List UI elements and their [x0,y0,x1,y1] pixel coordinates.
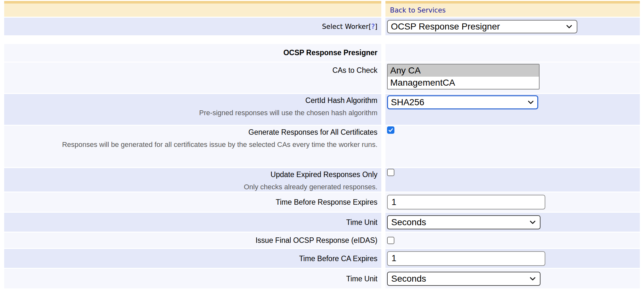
update-expired-label: Update Expired Responses Only [270,170,377,179]
hash-algorithm-row: CertId Hash Algorithm Pre-signed respons… [4,94,640,125]
time-before-ca-label: Time Before CA Expires [299,254,377,263]
banner-right-cell: Back to Services [385,1,640,17]
time-unit-response-value: Seconds [391,217,426,227]
hash-algorithm-value: SHA256 [391,97,424,107]
time-before-response-row: Time Before Response Expires [4,192,640,212]
select-worker-field-cell: OCSP Response Presigner [385,18,640,35]
issue-final-checkbox[interactable] [387,237,394,244]
time-before-ca-input[interactable] [387,251,545,266]
time-unit-response-select[interactable]: Seconds [387,215,541,229]
hash-algorithm-help: Pre-signed responses will use the chosen… [4,108,377,118]
generate-all-row: Generate Responses for All Certificates … [4,126,640,167]
time-before-response-input[interactable] [387,195,545,209]
time-unit-ca-value: Seconds [391,274,426,284]
select-worker-label: Select Worker[?] [322,23,377,30]
worker-select-dropdown[interactable]: OCSP Response Presigner [387,20,577,33]
form-title-cell: OCSP Response Presigner [4,44,381,62]
select-worker-label-cell: Select Worker[?] [4,18,381,35]
chevron-down-icon [566,25,572,29]
time-unit-response-row: Time Unit Seconds [4,213,640,232]
cas-to-check-label: CAs to Check [332,66,377,74]
worker-selector-table: Back to Services Select Worker[?] OCSP R… [0,0,644,36]
listbox-option-managementca[interactable]: ManagementCA [388,77,539,89]
banner-left-cell [4,1,381,17]
chevron-down-icon [530,277,536,281]
hash-algorithm-label: CertId Hash Algorithm [305,96,377,105]
issue-final-row: Issue Final OCSP Response (eIDAS) [4,233,640,248]
worker-help-link[interactable]: ? [371,23,375,30]
cas-to-check-listbox[interactable]: Any CA ManagementCA [387,64,540,90]
hash-algorithm-select[interactable]: SHA256 [387,95,538,109]
worker-config-table: OCSP Response Presigner CAs to Check Any… [0,43,644,289]
chevron-down-icon [530,220,536,224]
cas-to-check-row: CAs to Check Any CA ManagementCA [4,63,640,93]
generate-all-help: Responses will be generated for all cert… [4,140,377,149]
time-unit-ca-select[interactable]: Seconds [387,272,541,286]
banner-row: Back to Services [4,1,640,17]
update-expired-row: Update Expired Responses Only Only check… [4,168,640,192]
time-unit-response-label: Time Unit [346,218,377,226]
worker-select-value: OCSP Response Presigner [391,21,500,32]
form-title: OCSP Response Presigner [283,48,377,57]
generate-all-label: Generate Responses for All Certificates [248,128,377,136]
select-worker-row: Select Worker[?] OCSP Response Presigner [4,18,640,35]
time-before-response-label: Time Before Response Expires [276,198,377,206]
back-to-services-link[interactable]: Back to Services [387,6,446,14]
chevron-down-icon [528,100,534,104]
checkmark-icon [388,127,393,133]
issue-final-label: Issue Final OCSP Response (eIDAS) [255,236,377,244]
time-before-ca-row: Time Before CA Expires [4,249,640,268]
form-title-row: OCSP Response Presigner [4,44,640,62]
listbox-option-any-ca[interactable]: Any CA [388,64,539,77]
generate-all-checkbox[interactable] [387,126,394,134]
time-unit-ca-row: Time Unit Seconds [4,269,640,288]
update-expired-checkbox[interactable] [387,169,394,176]
time-unit-ca-label: Time Unit [346,275,377,283]
update-expired-help: Only checks already generated responses. [4,182,377,192]
